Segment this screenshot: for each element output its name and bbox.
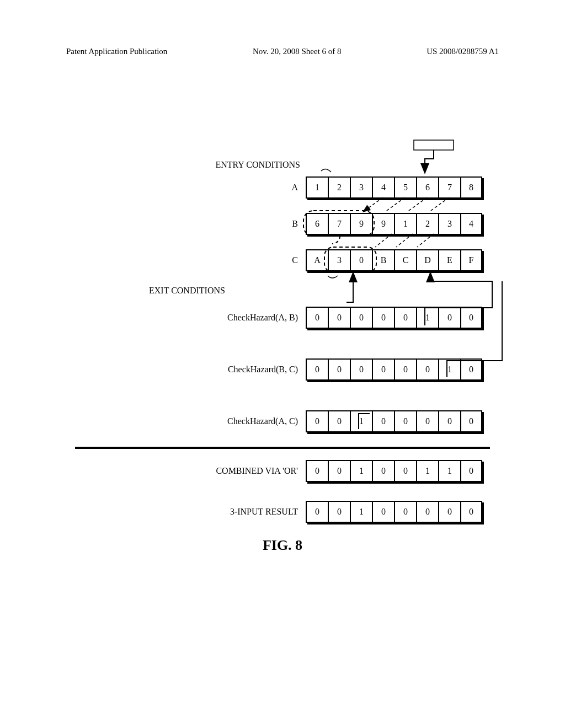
header-left: Patent Application Publication (66, 47, 167, 56)
row-B-cell-2: 9 (350, 213, 372, 235)
hazBC-cell-1: 0 (328, 358, 350, 381)
hazAB-cell-1: 0 (328, 307, 350, 329)
row-result3: 3-INPUT RESULT 00100000 (83, 501, 482, 523)
result3-cell-7: 0 (460, 501, 482, 523)
row-A-cell-5: 6 (416, 176, 438, 199)
cells-result3: 00100000 (306, 501, 482, 523)
row-B: B 67991234 (83, 213, 482, 235)
row-A-cell-4: 5 (394, 176, 416, 199)
result3-cell-5: 0 (416, 501, 438, 523)
row-C-cell-6: E (438, 249, 460, 271)
combined-cell-0: 0 (306, 460, 328, 482)
cells-B: 67991234 (306, 213, 482, 235)
cells-hazAB: 00000100 (306, 307, 482, 329)
exit-conditions-label: EXIT CONDITIONS (149, 286, 482, 296)
hazAB-cell-2: 0 (350, 307, 372, 329)
result3-cell-1: 0 (328, 501, 350, 523)
row-A-cell-6: 7 (438, 176, 460, 199)
hazBC-cell-2: 0 (350, 358, 372, 381)
hazBC-cell-7: 0 (460, 358, 482, 381)
page-header: Patent Application Publication Nov. 20, … (66, 47, 499, 56)
row-A-cell-3: 4 (372, 176, 394, 199)
result3-cell-3: 0 (372, 501, 394, 523)
cells-hazBC: 00000010 (306, 358, 482, 381)
header-right: US 2008/0288759 A1 (427, 47, 499, 56)
combined-cell-7: 0 (460, 460, 482, 482)
hazAC-cell-1: 0 (328, 410, 350, 432)
hazAC-cell-2: 1 (350, 410, 372, 432)
row-C-cell-4: C (394, 249, 416, 271)
hazBC-cell-0: 0 (306, 358, 328, 381)
hazAC-cell-5: 0 (416, 410, 438, 432)
exit-hook-icon (347, 296, 353, 302)
hazBC-cell-6: 1 (438, 358, 460, 381)
row-C-cell-3: B (372, 249, 394, 271)
combined-cell-5: 1 (416, 460, 438, 482)
combined-cell-1: 0 (328, 460, 350, 482)
exit-tick-icon (328, 276, 338, 278)
figure-caption: FIG. 8 (83, 537, 482, 554)
hazBC-cell-4: 0 (394, 358, 416, 381)
row-C-cell-7: F (460, 249, 482, 271)
row-hazard-bc: CheckHazard(B, C) 00000010 (83, 358, 482, 381)
hazBC-cell-3: 0 (372, 358, 394, 381)
row-B-cell-6: 3 (438, 213, 460, 235)
hazAC-cell-3: 0 (372, 410, 394, 432)
row-B-cell-5: 2 (416, 213, 438, 235)
hazBC-cell-5: 0 (416, 358, 438, 381)
row-A-cell-2: 3 (350, 176, 372, 199)
combined-label: COMBINED VIA 'OR' (216, 466, 298, 476)
combined-cell-2: 1 (350, 460, 372, 482)
row-B-cell-7: 4 (460, 213, 482, 235)
dash-link-icon (332, 236, 340, 244)
row-C-label: C (292, 255, 298, 265)
hazAB-cell-4: 0 (394, 307, 416, 329)
row-combined: COMBINED VIA 'OR' 00100110 (83, 460, 482, 482)
hazard-ab-label: CheckHazard(A, B) (227, 313, 298, 323)
row-B-cell-3: 9 (372, 213, 394, 235)
entry-callout-box (414, 140, 454, 150)
header-center: Nov. 20, 2008 Sheet 6 of 8 (253, 47, 342, 56)
combined-cell-4: 0 (394, 460, 416, 482)
hazAC-cell-0: 0 (306, 410, 328, 432)
row-B-label: B (292, 219, 298, 229)
row-A-cell-0: 1 (306, 176, 328, 199)
figure-8: ENTRY CONDITIONS A 12345678 B 67991234 C… (83, 160, 482, 554)
result3-cell-2: 1 (350, 501, 372, 523)
entry-conditions-label: ENTRY CONDITIONS (83, 160, 482, 170)
combined-cell-3: 0 (372, 460, 394, 482)
hazard-bc-label: CheckHazard(B, C) (228, 365, 298, 374)
hazAB-cell-3: 0 (372, 307, 394, 329)
hazAB-cell-6: 0 (438, 307, 460, 329)
hazAC-cell-7: 0 (460, 410, 482, 432)
hazard-ac-label: CheckHazard(A, C) (227, 416, 298, 426)
hazAB-cell-5: 1 (416, 307, 438, 329)
hazAC-cell-4: 0 (394, 410, 416, 432)
row-C: C A30BCDEF (83, 249, 482, 271)
row-C-cell-1: 3 (328, 249, 350, 271)
row-hazard-ab: CheckHazard(A, B) 00000100 (83, 307, 482, 329)
hazAB-cell-7: 0 (460, 307, 482, 329)
cells-A: 12345678 (306, 176, 482, 199)
row-A-cell-7: 8 (460, 176, 482, 199)
result3-cell-0: 0 (306, 501, 328, 523)
row-C-cell-0: A (306, 249, 328, 271)
row-hazard-ac: CheckHazard(A, C) 00100000 (83, 410, 482, 432)
row-B-cell-1: 7 (328, 213, 350, 235)
hazAB-cell-0: 0 (306, 307, 328, 329)
combined-cell-6: 1 (438, 460, 460, 482)
cells-combined: 00100110 (306, 460, 482, 482)
result3-label: 3-INPUT RESULT (230, 507, 298, 517)
row-A: A 12345678 (83, 176, 482, 199)
cells-hazAC: 00100000 (306, 410, 482, 432)
row-C-cell-5: D (416, 249, 438, 271)
row-B-cell-4: 1 (394, 213, 416, 235)
divider (75, 447, 490, 449)
row-B-cell-0: 6 (306, 213, 328, 235)
row-C-cell-2: 0 (350, 249, 372, 271)
result3-cell-4: 0 (394, 501, 416, 523)
row-A-cell-1: 2 (328, 176, 350, 199)
result3-cell-6: 0 (438, 501, 460, 523)
cells-C: A30BCDEF (306, 249, 482, 271)
hazAC-cell-6: 0 (438, 410, 460, 432)
